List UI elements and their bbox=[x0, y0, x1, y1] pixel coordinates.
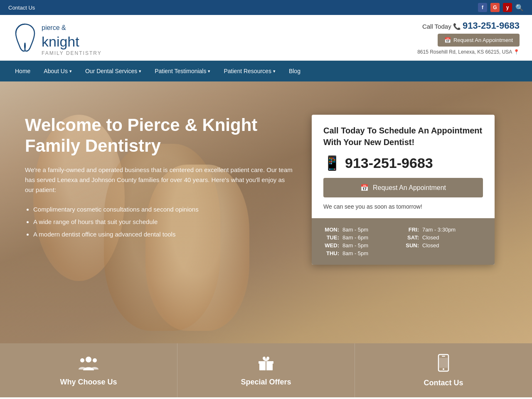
nav-home[interactable]: Home bbox=[8, 61, 37, 81]
logo-tooth-icon bbox=[12, 21, 37, 54]
schedule-card: Call Today To Schedule An Appointment Wi… bbox=[312, 115, 495, 265]
hero-benefits-list: Complimentary cosmetic consultations and… bbox=[25, 203, 295, 241]
hours-sunday: SUN: Closed bbox=[403, 242, 483, 249]
tile-special-offers[interactable]: Special Offers bbox=[177, 343, 355, 397]
mobile-phone-icon bbox=[437, 354, 450, 374]
gift-icon bbox=[257, 355, 275, 374]
nav-blog[interactable]: Blog bbox=[282, 61, 307, 81]
hours-thursday: THU: 8am - 5pm bbox=[323, 250, 403, 256]
yelp-icon[interactable]: y bbox=[503, 3, 512, 12]
top-bar-contact-link[interactable]: Contact Us bbox=[8, 5, 35, 11]
tile-offers-label: Special Offers bbox=[241, 378, 291, 387]
chevron-down-icon: ▾ bbox=[139, 69, 141, 74]
brand-knight: knight bbox=[42, 34, 79, 49]
hero-title: Welcome to Pierce & Knight Family Dentis… bbox=[25, 115, 295, 157]
chevron-down-icon: ▾ bbox=[69, 69, 72, 74]
nav-about[interactable]: About Us ▾ bbox=[37, 61, 79, 81]
request-appointment-button[interactable]: 📅 Request An Appointment bbox=[438, 34, 520, 47]
hero-section: Welcome to Pierce & Knight Family Dentis… bbox=[0, 81, 532, 343]
hours-tuesday: TUE: 8am - 6pm bbox=[323, 234, 403, 241]
bottom-tiles: Why Choose Us Special Offers Contact bbox=[0, 343, 532, 397]
main-nav: Home About Us ▾ Our Dental Services ▾ Pa… bbox=[0, 61, 532, 81]
svg-point-1 bbox=[80, 358, 84, 362]
site-header: pierce & knight FAMILY DENTISTRY Call To… bbox=[0, 15, 532, 61]
brand-tagline: FAMILY DENTISTRY bbox=[42, 50, 102, 56]
list-item: A modern dentist office using advanced d… bbox=[33, 228, 295, 241]
facebook-icon[interactable]: f bbox=[478, 3, 487, 12]
google-icon[interactable]: G bbox=[490, 3, 500, 12]
hours-table: MON: 8am - 5pm TUE: 8am - 6pm WED: 8am -… bbox=[312, 218, 495, 265]
schedule-phone[interactable]: 📱 913-251-9683 bbox=[323, 155, 483, 171]
group-people-icon bbox=[78, 355, 99, 374]
address-line: 8615 Rosehill Rd, Lenexa, KS 66215, USA … bbox=[417, 49, 520, 55]
hours-saturday: SAT: Closed bbox=[403, 234, 483, 241]
hero-description: We're a family-owned and operated busine… bbox=[25, 165, 295, 195]
map-pin-icon: 📍 bbox=[513, 49, 520, 55]
header-phone[interactable]: 913-251-9683 bbox=[463, 20, 520, 31]
nav-patient-resources[interactable]: Patient Resources ▾ bbox=[217, 61, 282, 81]
search-icon[interactable]: 🔍 bbox=[515, 4, 524, 12]
chevron-down-icon: ▾ bbox=[273, 69, 276, 74]
list-item: Complimentary cosmetic consultations and… bbox=[33, 203, 295, 216]
brand-pierce: pierce & bbox=[42, 24, 66, 31]
top-bar: Contact Us f G y 🔍 bbox=[0, 0, 532, 15]
call-today-label: Call Today 📞 913-251-9683 bbox=[417, 20, 520, 31]
tile-why-choose-us[interactable]: Why Choose Us bbox=[0, 343, 177, 397]
hours-friday: FRI: 7am - 3:30pm bbox=[403, 227, 483, 233]
svg-point-2 bbox=[93, 358, 97, 362]
logo[interactable]: pierce & knight FAMILY DENTISTRY bbox=[12, 19, 102, 56]
tile-contact-us[interactable]: Contact Us bbox=[355, 343, 532, 397]
schedule-title: Call Today To Schedule An Appointment Wi… bbox=[323, 125, 483, 148]
top-bar-icons: f G y 🔍 bbox=[478, 3, 524, 12]
hours-monday: MON: 8am - 5pm bbox=[323, 227, 403, 233]
tile-why-label: Why Choose Us bbox=[60, 378, 117, 387]
schedule-appointment-button[interactable]: 📅 Request An Appointment bbox=[323, 178, 483, 197]
tile-contact-label: Contact Us bbox=[424, 379, 463, 387]
nav-testimonials[interactable]: Patient Testimonials ▾ bbox=[148, 61, 217, 81]
svg-rect-9 bbox=[439, 358, 448, 368]
hours-wednesday: WED: 8am - 5pm bbox=[323, 242, 403, 249]
logo-text: pierce & knight FAMILY DENTISTRY bbox=[42, 19, 102, 56]
hero-text-block: Welcome to Pierce & Knight Family Dentis… bbox=[25, 115, 295, 241]
nav-dental-services[interactable]: Our Dental Services ▾ bbox=[79, 61, 148, 81]
list-item: A wide range of hours that suit your sch… bbox=[33, 216, 295, 228]
header-contact: Call Today 📞 913-251-9683 📅 Request An A… bbox=[417, 20, 520, 55]
schedule-note: We can see you as soon as tomorrow! bbox=[323, 203, 483, 210]
svg-point-0 bbox=[86, 357, 91, 362]
chevron-down-icon: ▾ bbox=[208, 69, 210, 74]
svg-point-8 bbox=[443, 368, 444, 370]
